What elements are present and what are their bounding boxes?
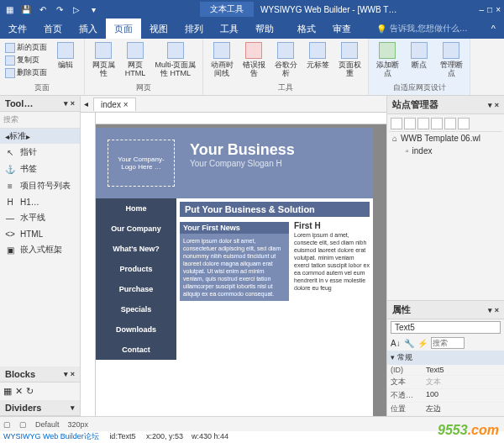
tab-file[interactable]: 文件 xyxy=(0,18,35,39)
prop-row[interactable]: 不透…100 xyxy=(387,389,504,403)
collapse-icon[interactable]: ▾ × xyxy=(488,306,499,314)
preview-icon[interactable]: ▷ xyxy=(71,3,82,15)
tab-prev-icon[interactable]: ◂ xyxy=(84,99,88,108)
document-tab[interactable]: index × xyxy=(93,98,136,111)
prop-row[interactable]: (ID)Text5 xyxy=(387,365,504,376)
site-manager-header[interactable]: 站点管理器▾ × xyxy=(387,96,504,114)
blocks-header[interactable]: Blocks▾ × xyxy=(0,367,80,382)
nav-item[interactable]: Products xyxy=(96,259,176,279)
minimize-button[interactable]: – xyxy=(480,5,485,14)
analytics-button[interactable]: 谷歌分析 xyxy=(270,40,301,79)
properties-header[interactable]: 属性▾ × xyxy=(387,301,504,319)
status-icon[interactable]: ▢ xyxy=(19,420,27,429)
tool-bookmark[interactable]: ⚓书签 xyxy=(0,161,80,177)
title-block[interactable]: Your Business Your Company Slogan H xyxy=(186,128,373,198)
tab-insert[interactable]: 插入 xyxy=(71,18,106,39)
redo-icon[interactable]: ↷ xyxy=(54,3,66,15)
tool-html[interactable]: <>HTML xyxy=(0,226,80,241)
collapse-icon[interactable]: ▾ xyxy=(71,403,75,412)
sort-icon[interactable]: A↓ xyxy=(391,339,401,348)
page-preview[interactable]: Your Company-Logo Here … Your Business Y… xyxy=(96,128,373,416)
tree-root[interactable]: ⌂WWB Template 06.wl xyxy=(389,132,502,145)
nav-item[interactable]: Our Company xyxy=(96,219,176,239)
collapse-icon[interactable]: ▾ × xyxy=(64,99,75,108)
tab-home[interactable]: 首页 xyxy=(35,18,71,39)
page-header[interactable]: Your Company-Logo Here … Your Business Y… xyxy=(96,128,373,198)
tree-child[interactable]: ▫index xyxy=(389,145,502,157)
logo-placeholder[interactable]: Your Company-Logo Here … xyxy=(108,140,175,187)
slogan[interactable]: Your Company Slogan H xyxy=(190,159,370,168)
nav-item[interactable]: Home xyxy=(96,198,176,219)
qat-more-icon[interactable]: ▾ xyxy=(87,3,99,15)
toolbox-search[interactable]: 搜索 xyxy=(0,112,80,129)
error-report-button[interactable]: 错误报告 xyxy=(239,40,269,79)
nav-item[interactable]: What's New? xyxy=(96,239,176,259)
tab-page[interactable]: 页面 xyxy=(106,18,141,39)
layout-mode[interactable]: Default xyxy=(35,420,60,429)
prop-row[interactable]: 位置左边 xyxy=(387,403,504,416)
meta-button[interactable]: 元标签 xyxy=(302,40,333,71)
delete-page-button[interactable]: 删除页面 xyxy=(5,67,47,78)
forum-link[interactable]: WYSIWYG Web Builder论坛 xyxy=(3,432,99,440)
close-tab-icon[interactable]: × xyxy=(123,100,129,109)
nav-item[interactable]: Contact xyxy=(96,340,176,360)
save-icon[interactable]: 💾 xyxy=(20,3,32,15)
undo-icon[interactable]: ↶ xyxy=(37,3,49,15)
site-btn[interactable] xyxy=(404,118,416,129)
tab-format[interactable]: 格式 xyxy=(289,18,324,39)
page-properties-button[interactable]: 网页属性 xyxy=(88,40,118,79)
tool-hr[interactable]: —水平线 xyxy=(0,209,80,226)
timeline-button[interactable]: 动画时间线 xyxy=(207,40,237,79)
news-title[interactable]: Your First News xyxy=(180,222,289,234)
prop-row[interactable]: 文本文本 xyxy=(387,376,504,389)
news-body[interactable]: Lorem ipsum dolor sit amet, consectetuer… xyxy=(180,234,289,301)
ribbon-collapse-icon[interactable]: ^ xyxy=(483,18,504,39)
nav-item[interactable]: Purchase xyxy=(96,279,176,299)
tab-arrange[interactable]: 排列 xyxy=(176,18,212,39)
news-column[interactable]: Your First News Lorem ipsum dolor sit am… xyxy=(180,222,289,301)
blocks-btn[interactable]: ▦ xyxy=(3,386,12,397)
canvas[interactable]: Your Company-Logo Here … Your Business Y… xyxy=(81,113,386,416)
tool-heading[interactable]: HH1… xyxy=(0,194,80,209)
page-html-button[interactable]: 网页 HTML xyxy=(120,40,150,79)
breakpoint-button[interactable]: 断点 xyxy=(404,40,434,71)
tab-review[interactable]: 审查 xyxy=(324,18,360,39)
page-content[interactable]: Put Your Business & Solution Your First … xyxy=(176,198,373,360)
copy-page-button[interactable]: 复制页 xyxy=(5,55,47,66)
site-btn[interactable] xyxy=(458,118,470,129)
tool-pointer[interactable]: ↖指针 xyxy=(0,144,80,161)
business-title[interactable]: Your Business xyxy=(190,141,370,159)
close-button[interactable]: × xyxy=(496,5,501,14)
first-body[interactable]: Lorem ipsum d amet, consecte elit, sed d… xyxy=(294,231,370,292)
site-btn[interactable] xyxy=(391,118,402,129)
tab-tools[interactable]: 工具 xyxy=(212,18,247,39)
multipage-button[interactable]: Multi-页面属性 HTML xyxy=(152,40,199,79)
maximize-button[interactable]: □ xyxy=(487,5,492,14)
tab-view[interactable]: 视图 xyxy=(141,18,176,39)
first-title[interactable]: First H xyxy=(294,222,370,229)
collapse-icon[interactable]: ▾ × xyxy=(64,370,75,378)
flash-icon[interactable]: ⚡ xyxy=(417,339,428,348)
toolbox-category[interactable]: ◂ 标准 ▸ xyxy=(0,129,80,144)
first-column[interactable]: First H Lorem ipsum d amet, consecte eli… xyxy=(294,222,370,301)
properties-search[interactable] xyxy=(431,337,465,349)
edit-page-button[interactable]: 编辑 xyxy=(50,40,81,71)
site-btn[interactable] xyxy=(444,118,456,129)
tool-iframe[interactable]: ▣嵌入式框架 xyxy=(0,241,80,258)
wrench-icon[interactable]: 🔧 xyxy=(404,339,414,348)
nav-item[interactable]: Specials xyxy=(96,299,176,319)
manage-breakpoints-button[interactable]: 管理断点 xyxy=(436,40,466,79)
object-selector[interactable]: Text5 xyxy=(391,321,501,334)
headline[interactable]: Put Your Business & Solution xyxy=(180,202,370,217)
tell-me[interactable]: 💡告诉我,您想做什么… xyxy=(376,18,468,39)
tab-help[interactable]: 帮助 xyxy=(247,18,282,39)
toolbox-header[interactable]: Tool…▾ × xyxy=(0,96,80,112)
site-btn[interactable] xyxy=(431,118,443,129)
tool-bullets[interactable]: ≡项目符号列表 xyxy=(0,177,80,194)
blocks-btn[interactable]: ↻ xyxy=(26,386,34,397)
site-btn[interactable] xyxy=(417,118,429,129)
weight-button[interactable]: 页面权重 xyxy=(334,40,365,79)
status-icon[interactable]: ▢ xyxy=(3,420,11,429)
nav-item[interactable]: Downloads xyxy=(96,319,176,340)
collapse-icon[interactable]: ▾ × xyxy=(488,101,499,109)
